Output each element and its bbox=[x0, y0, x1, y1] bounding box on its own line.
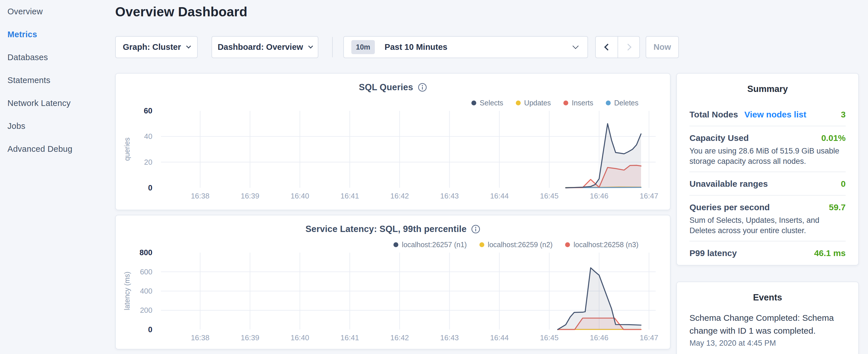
summary-row-total-nodes: Total NodesView nodes list3 bbox=[689, 103, 846, 126]
y-tick-label: 800 bbox=[140, 248, 152, 257]
chevron-left-icon bbox=[604, 43, 611, 51]
summary-row-queries-per-second: Queries per second59.7Sum of Selects, Up… bbox=[689, 195, 846, 241]
chart-legend: localhost:26257 (n1)localhost:26259 (n2)… bbox=[394, 240, 639, 249]
chart-title: Service Latency: SQL, 99th percentile bbox=[306, 224, 467, 234]
sidebar-item-databases[interactable]: Databases bbox=[0, 46, 107, 69]
summary-row-line: Unavailable ranges0 bbox=[689, 178, 846, 190]
legend-item-localhost-26257-n1[interactable]: localhost:26257 (n1) bbox=[394, 240, 467, 249]
y-tick-label: 600 bbox=[140, 268, 152, 276]
x-tick-label: 16:46 bbox=[590, 334, 608, 342]
time-range-label: Past 10 Minutes bbox=[384, 42, 574, 52]
chevron-down-icon bbox=[572, 43, 579, 49]
legend-label: Updates bbox=[524, 99, 551, 107]
sidebar-nav: OverviewMetricsDatabasesStatementsNetwor… bbox=[0, 0, 107, 160]
time-step-back-button[interactable] bbox=[596, 37, 618, 58]
summary-row-label: Capacity Used bbox=[689, 133, 749, 143]
summary-row-line: Queries per second59.7 bbox=[689, 201, 846, 213]
legend-dot-icon bbox=[479, 242, 484, 247]
x-tick-label: 16:45 bbox=[540, 334, 559, 342]
summary-row-capacity-used: Capacity Used0.01%You are using 28.6 MiB… bbox=[689, 126, 846, 171]
summary-row-unavailable-ranges: Unavailable ranges0 bbox=[689, 171, 846, 195]
info-icon[interactable] bbox=[471, 225, 480, 234]
controls-bar: Graph: Cluster Dashboard: Overview 10m P… bbox=[115, 36, 860, 58]
legend-item-deletes[interactable]: Deletes bbox=[606, 99, 639, 107]
dashboard-dropdown[interactable]: Dashboard: Overview bbox=[212, 36, 318, 58]
y-tick-label: 200 bbox=[140, 306, 152, 314]
sidebar-item-overview[interactable]: Overview bbox=[0, 0, 107, 23]
x-tick-label: 16:42 bbox=[390, 334, 409, 342]
legend-dot-icon bbox=[565, 242, 570, 247]
x-tick-label: 16:40 bbox=[290, 192, 309, 200]
summary-row-p99-latency: P99 latency46.1 ms bbox=[689, 241, 846, 264]
summary-row-label: Unavailable ranges bbox=[689, 179, 768, 189]
legend-item-selects[interactable]: Selects bbox=[471, 99, 503, 107]
page-title: Overview Dashboard bbox=[115, 4, 247, 20]
x-tick-label: 16:44 bbox=[490, 192, 509, 200]
time-range-dropdown[interactable]: 10m Past 10 Minutes bbox=[343, 36, 588, 58]
legend-dot-icon bbox=[606, 100, 611, 105]
summary-row-label: Total Nodes bbox=[689, 110, 738, 120]
chevron-down-icon bbox=[186, 43, 191, 49]
summary-row-line: Capacity Used0.01% bbox=[689, 132, 846, 144]
x-tick-label: 16:47 bbox=[640, 334, 658, 342]
summary-title: Summary bbox=[689, 74, 846, 94]
legend-item-localhost-26258-n3[interactable]: localhost:26258 (n3) bbox=[565, 240, 639, 249]
chart-header: Service Latency: SQL, 99th percentile bbox=[116, 224, 670, 234]
legend-dot-icon bbox=[516, 100, 521, 105]
x-tick-label: 16:40 bbox=[290, 334, 309, 342]
sidebar-item-network-latency[interactable]: Network Latency bbox=[0, 92, 107, 115]
summary-row-line: Total NodesView nodes list3 bbox=[689, 108, 846, 121]
summary-row-value: 46.1 ms bbox=[814, 248, 846, 258]
legend-dot-icon bbox=[394, 242, 398, 247]
event-item: Schema Change Completed: Schema change w… bbox=[689, 311, 846, 337]
chevron-right-icon bbox=[624, 43, 631, 51]
sidebar-item-metrics[interactable]: Metrics bbox=[0, 23, 107, 46]
x-tick-label: 16:43 bbox=[440, 192, 459, 200]
dashboard-label: Dashboard: Overview bbox=[217, 42, 303, 52]
chart-plot-area[interactable]: 16:3816:3916:4016:4116:4216:4316:4416:45… bbox=[116, 74, 670, 210]
legend-item-localhost-26259-n2[interactable]: localhost:26259 (n2) bbox=[479, 240, 553, 249]
graph-scope-label: Graph: Cluster bbox=[123, 42, 181, 52]
x-tick-label: 16:47 bbox=[640, 192, 658, 200]
time-step-forward-button[interactable] bbox=[618, 37, 639, 58]
chart-plot-area[interactable]: 16:3816:3916:4016:4116:4216:4316:4416:45… bbox=[116, 215, 670, 349]
legend-label: localhost:26257 (n1) bbox=[402, 240, 467, 249]
x-tick-label: 16:45 bbox=[540, 192, 559, 200]
summary-row-value: 0.01% bbox=[821, 133, 846, 143]
y-tick-label: 0 bbox=[148, 325, 152, 334]
x-tick-label: 16:41 bbox=[340, 192, 359, 200]
x-tick-label: 16:41 bbox=[340, 334, 359, 342]
sidebar-item-statements[interactable]: Statements bbox=[0, 69, 107, 92]
time-range-badge: 10m bbox=[351, 40, 375, 54]
summary-row-description: You are using 28.6 MiB of 515.9 GiB usab… bbox=[689, 146, 846, 166]
chart-header: SQL Queries bbox=[116, 82, 670, 93]
summary-rows: Total NodesView nodes list3Capacity Used… bbox=[689, 103, 846, 264]
summary-row-line: P99 latency46.1 ms bbox=[689, 247, 846, 259]
now-button-label: Now bbox=[653, 42, 671, 52]
y-axis-label: queries bbox=[123, 137, 131, 161]
y-axis-label: latency (ms) bbox=[123, 271, 131, 310]
legend-dot-icon bbox=[471, 100, 476, 105]
sidebar-item-jobs[interactable]: Jobs bbox=[0, 115, 107, 137]
y-tick-label: 60 bbox=[144, 106, 152, 115]
now-button[interactable]: Now bbox=[646, 36, 679, 58]
legend-label: Selects bbox=[480, 99, 503, 107]
info-icon[interactable] bbox=[418, 83, 427, 92]
chart-card-service-latency: Service Latency: SQL, 99th percentile lo… bbox=[115, 215, 671, 349]
legend-label: Inserts bbox=[572, 99, 593, 107]
event-timestamp: May 13, 2020 at 4:45 PM bbox=[689, 339, 846, 348]
legend-item-inserts[interactable]: Inserts bbox=[563, 99, 593, 107]
x-tick-label: 16:43 bbox=[440, 334, 459, 342]
events-panel: Events Schema Change Completed: Schema c… bbox=[676, 282, 859, 354]
page: { "app": { "page_title": "Overview Dashb… bbox=[0, 0, 868, 354]
legend-label: Deletes bbox=[614, 99, 639, 107]
sidebar-item-advanced-debug[interactable]: Advanced Debug bbox=[0, 137, 107, 160]
legend-label: localhost:26258 (n3) bbox=[574, 240, 639, 249]
x-tick-label: 16:39 bbox=[241, 334, 259, 342]
graph-scope-dropdown[interactable]: Graph: Cluster bbox=[115, 36, 198, 58]
summary-row-label: Queries per second bbox=[689, 202, 770, 212]
legend-item-updates[interactable]: Updates bbox=[516, 99, 551, 107]
time-step-buttons bbox=[595, 36, 640, 58]
view-nodes-list-link[interactable]: View nodes list bbox=[744, 110, 806, 120]
chevron-down-icon bbox=[308, 43, 313, 49]
